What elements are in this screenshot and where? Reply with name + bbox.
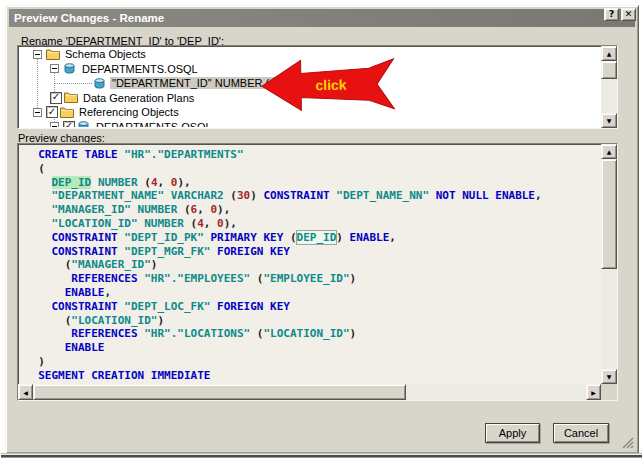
tree-item-label: Data Generation Plans — [81, 92, 196, 104]
code-line: ENABLE, — [25, 286, 600, 300]
code-line: ("MANAGER_ID") — [25, 258, 600, 272]
code-line: CREATE TABLE "HR"."DEPARTMENTS" — [25, 148, 600, 162]
scroll-up-icon[interactable]: ▲ — [601, 144, 617, 159]
code-line: REFERENCES "HR"."LOCATIONS" ("LOCATION_I… — [25, 327, 600, 341]
scroll-down-icon[interactable]: ▼ — [601, 369, 617, 384]
preview-changes-dialog: Preview Changes - Rename ? ✕ Rename 'DEP… — [5, 5, 639, 454]
code-line: CONSTRAINT "DEPT_ID_PK" PRIMARY KEY (DEP… — [25, 231, 600, 245]
sql-code: CREATE TABLE "HR"."DEPARTMENTS" ( DEP_ID… — [19, 145, 600, 383]
scrollbar-corner — [601, 384, 617, 400]
collapse-minus-icon[interactable] — [50, 122, 59, 127]
tree-connector — [55, 83, 92, 84]
code-line: ( — [25, 162, 600, 176]
code-line: CONSTRAINT "DEPT_MGR_FK" FOREIGN KEY — [25, 245, 600, 259]
sqlfile-icon — [77, 120, 91, 127]
folder-icon — [60, 106, 74, 119]
code-line: "MANAGER_ID" NUMBER (6, 0), — [25, 203, 600, 217]
click-label: click — [315, 77, 347, 94]
tree-scrollbar-thumb[interactable] — [601, 61, 617, 79]
checked-checkbox[interactable] — [46, 106, 58, 118]
code-horizontal-scrollbar[interactable]: ◀ ▶ — [18, 384, 601, 400]
sqlfile-icon — [93, 77, 107, 90]
cancel-button[interactable]: Cancel — [553, 423, 609, 443]
code-vertical-scrollbar[interactable]: ▲ ▼ — [601, 144, 617, 384]
code-line: ) — [25, 355, 600, 369]
code-hscrollbar-thumb[interactable] — [33, 384, 406, 400]
scroll-up-icon[interactable]: ▲ — [601, 46, 617, 61]
scroll-left-icon[interactable]: ◀ — [18, 384, 33, 400]
code-line: DEP_ID NUMBER (4, 0), — [25, 176, 600, 190]
resize-grip-icon[interactable] — [620, 435, 634, 449]
collapse-minus-icon[interactable] — [33, 50, 42, 59]
tree-item-label: Schema Objects — [63, 48, 148, 60]
scroll-down-icon[interactable]: ▼ — [601, 113, 617, 128]
red-arrow-icon: click — [261, 55, 396, 115]
click-annotation: click — [261, 55, 396, 115]
code-line: REFERENCES "HR"."EMPLOYEES" ("EMPLOYEE_I… — [25, 272, 600, 286]
tree-connector — [37, 58, 38, 112]
code-line: "LOCATION_ID" NUMBER (4, 0), — [25, 217, 600, 231]
folder-icon — [64, 91, 78, 104]
close-button[interactable]: ✕ — [621, 8, 636, 21]
help-button[interactable]: ? — [604, 8, 619, 21]
sqlfile-icon — [63, 62, 77, 75]
scroll-right-icon[interactable]: ▶ — [586, 384, 601, 400]
tree-item-label: DEPARTMENTS.OSQL — [94, 121, 214, 127]
checked-checkbox[interactable] — [63, 121, 75, 127]
code-line: ("LOCATION_ID") — [25, 314, 600, 328]
checked-checkbox[interactable] — [50, 92, 62, 104]
tree-item-label: Referencing Objects — [77, 106, 181, 118]
apply-button[interactable]: Apply — [485, 423, 540, 443]
window-title: Preview Changes - Rename — [9, 12, 164, 24]
collapse-minus-icon[interactable] — [33, 108, 42, 117]
title-bar[interactable]: Preview Changes - Rename — [9, 9, 635, 27]
code-line: "DEPARTMENT_NAME" VARCHAR2 (30) CONSTRAI… — [25, 189, 600, 203]
sql-preview-panel: CREATE TABLE "HR"."DEPARTMENTS" ( DEP_ID… — [17, 143, 618, 401]
code-line: ENABLE — [25, 341, 600, 355]
collapse-minus-icon[interactable] — [50, 64, 59, 73]
code-vscrollbar-thumb[interactable] — [601, 159, 617, 269]
tree-row[interactable]: DEPARTMENTS.OSQL — [19, 120, 600, 128]
folder-icon — [46, 48, 60, 61]
tree-vertical-scrollbar[interactable]: ▲ ▼ — [601, 46, 617, 128]
window-drop-shadow — [1, 453, 642, 458]
tree-item-label: DEPARTMENTS.OSQL — [80, 63, 200, 75]
code-line: SEGMENT CREATION IMMEDIATE — [25, 369, 600, 383]
code-line: CONSTRAINT "DEPT_LOC_FK" FOREIGN KEY — [25, 300, 600, 314]
